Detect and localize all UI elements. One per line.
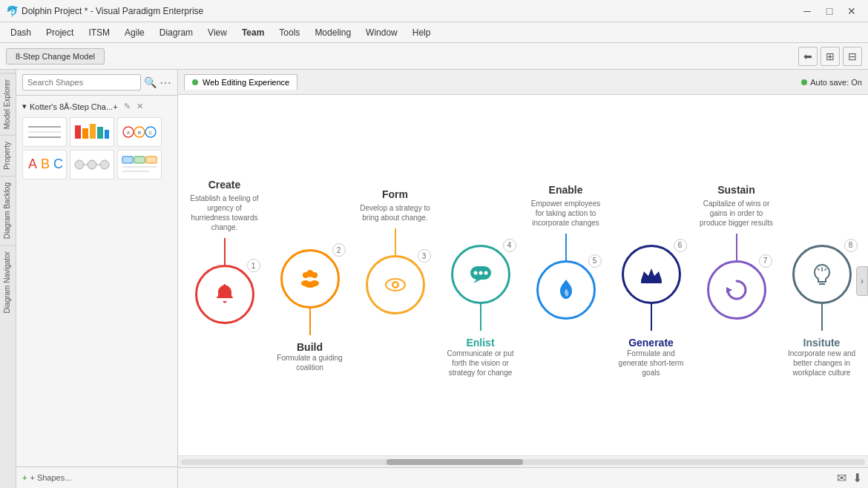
crown-icon bbox=[638, 261, 665, 288]
search-icon[interactable]: 🔍 bbox=[144, 76, 157, 88]
sidebar-tab-model-explorer[interactable]: Model Explorer bbox=[0, 73, 16, 135]
circle-wrapper-8[interactable]: 8 bbox=[792, 245, 852, 304]
diagram-canvas[interactable]: Create Establish a feeling of urgency of… bbox=[178, 95, 868, 467]
step-circle-6[interactable] bbox=[622, 245, 681, 304]
step-top-label-1: Create bbox=[208, 179, 241, 191]
download-icon[interactable]: ⬇ bbox=[852, 471, 862, 485]
minimize-button[interactable]: ─ bbox=[797, 4, 818, 19]
svg-point-39 bbox=[484, 271, 487, 274]
menu-modeling[interactable]: Modeling bbox=[307, 24, 358, 41]
toolbar-icon-2[interactable]: ⊞ bbox=[821, 47, 840, 66]
step-number-3: 3 bbox=[418, 249, 431, 263]
step-number-4: 4 bbox=[503, 239, 516, 252]
menu-project[interactable]: Project bbox=[39, 24, 81, 41]
sidebar-tab-property[interactable]: Property bbox=[0, 135, 16, 176]
toolbar-icon-1[interactable]: ⬅ bbox=[798, 47, 818, 66]
thumb-item-1[interactable] bbox=[22, 117, 67, 147]
svg-rect-4 bbox=[82, 128, 88, 139]
svg-marker-41 bbox=[641, 268, 662, 280]
thumb-item-4[interactable]: A B C bbox=[22, 150, 67, 179]
circle-wrapper-3[interactable]: 3 bbox=[366, 255, 425, 314]
step-circle-1[interactable] bbox=[195, 265, 254, 324]
step-col-7: Sustain Capitalize of wins or gains in o… bbox=[694, 184, 779, 379]
thumb-svg-1 bbox=[24, 119, 65, 145]
scroll-track[interactable] bbox=[181, 459, 865, 465]
step-bottom-label-4: Enlist bbox=[466, 337, 494, 349]
svg-point-32 bbox=[304, 282, 316, 288]
step-col-5: Enable Empower employees for taking acti… bbox=[523, 184, 608, 379]
collapse-handle[interactable]: › bbox=[856, 266, 868, 296]
vline-top-5 bbox=[565, 234, 567, 260]
close-button[interactable]: ✕ bbox=[841, 4, 862, 19]
toolbar-icon-3[interactable]: ⊟ bbox=[843, 47, 862, 66]
section-header[interactable]: ▾ Kotter's 8Å-Step Cha...+ ✎ ✕ bbox=[22, 99, 171, 114]
svg-text:A: A bbox=[28, 156, 37, 171]
thumb-svg-6 bbox=[119, 152, 160, 177]
menu-diagram[interactable]: Diagram bbox=[152, 24, 200, 41]
menu-view[interactable]: View bbox=[200, 24, 234, 41]
vline-top-7 bbox=[736, 234, 737, 260]
thumb-svg-2 bbox=[72, 119, 112, 145]
autosave-indicator: Auto save: On bbox=[801, 78, 862, 87]
circle-wrapper-6[interactable]: 6 bbox=[622, 245, 681, 304]
close-section-icon[interactable]: ✕ bbox=[137, 102, 143, 111]
circle-wrapper-5[interactable]: 5 bbox=[536, 260, 596, 320]
autosave-label: Auto save: On bbox=[810, 78, 862, 87]
step-upper-1: Create Establish a feeling of urgency of… bbox=[188, 179, 262, 265]
step-top-label-5: Enable bbox=[549, 184, 583, 196]
step-bottom-desc-6: Formulate and generate short-term goals bbox=[614, 349, 688, 377]
menu-window[interactable]: Window bbox=[358, 24, 405, 41]
step-circle-7[interactable] bbox=[707, 260, 766, 320]
menu-tools[interactable]: Tools bbox=[272, 24, 307, 41]
search-input[interactable] bbox=[22, 74, 141, 90]
window-controls: ─ □ ✕ bbox=[797, 4, 862, 19]
circle-wrapper-2[interactable]: 2 bbox=[280, 249, 340, 309]
scroll-thumb[interactable] bbox=[387, 459, 523, 465]
svg-rect-5 bbox=[90, 124, 96, 139]
menu-help[interactable]: Help bbox=[405, 24, 438, 41]
menu-agile[interactable]: Agile bbox=[117, 24, 152, 41]
thumb-svg-3: A B C bbox=[119, 119, 160, 145]
sidebar-tab-diagram-backlog[interactable]: Diagram Backlog bbox=[0, 176, 16, 245]
more-options-icon[interactable]: ⋯ bbox=[160, 76, 171, 90]
circle-wrapper-1[interactable]: 1 bbox=[195, 265, 254, 324]
plus-icon: + bbox=[22, 473, 27, 482]
thumb-item-6[interactable] bbox=[117, 150, 162, 179]
app-icon: 🐬 bbox=[6, 5, 19, 17]
circle-wrapper-7[interactable]: 7 bbox=[707, 260, 766, 320]
step-circle-8[interactable] bbox=[792, 245, 852, 304]
horizontal-scrollbar[interactable] bbox=[178, 455, 868, 467]
thumb-item-5[interactable] bbox=[70, 150, 114, 179]
menu-dash[interactable]: Dash bbox=[3, 24, 39, 41]
svg-text:A: A bbox=[127, 131, 130, 135]
step-top-desc-7: Capitalize of wins or gains in order to … bbox=[700, 199, 774, 228]
menu-team[interactable]: Team bbox=[234, 24, 272, 41]
step-circle-3[interactable] bbox=[366, 255, 425, 314]
bell-icon bbox=[211, 281, 238, 308]
step-top-desc-1: Establish a feeling of urgency of hurrie… bbox=[188, 194, 262, 232]
shapes-label: + Shapes... bbox=[30, 473, 71, 482]
step-lower-6: Generate Formulate and generate short-te… bbox=[614, 304, 688, 377]
step-number-2: 2 bbox=[332, 243, 346, 257]
step-number-6: 6 bbox=[674, 239, 687, 252]
step-circle-5[interactable] bbox=[536, 260, 596, 320]
thumb-item-2[interactable] bbox=[70, 117, 114, 147]
mail-icon[interactable]: ✉ bbox=[837, 471, 846, 485]
step-circle-2[interactable] bbox=[280, 249, 340, 309]
web-editing-tab[interactable]: Web Editing Experience bbox=[184, 74, 297, 90]
svg-point-37 bbox=[473, 271, 477, 274]
svg-rect-22 bbox=[122, 156, 133, 163]
shapes-button[interactable]: + + Shapes... bbox=[16, 466, 177, 488]
step-circle-4[interactable] bbox=[451, 245, 510, 304]
circle-wrapper-4[interactable]: 4 bbox=[451, 245, 510, 304]
maximize-button[interactable]: □ bbox=[819, 4, 840, 19]
thumb-item-3[interactable]: A B C bbox=[117, 117, 162, 147]
active-tab-button[interactable]: 8-Step Change Model bbox=[6, 48, 105, 65]
svg-text:C: C bbox=[53, 156, 63, 171]
edit-icon[interactable]: ✎ bbox=[124, 102, 131, 111]
menu-itsm[interactable]: ITSM bbox=[81, 24, 117, 41]
sidebar-tab-diagram-navigator[interactable]: Diagram Navigator bbox=[0, 245, 16, 319]
step-col-8: 8 Insitute Incorporate new and better ch… bbox=[779, 185, 864, 377]
step-upper-5: Enable Empower employees for taking acti… bbox=[529, 184, 603, 260]
svg-line-48 bbox=[824, 268, 826, 271]
